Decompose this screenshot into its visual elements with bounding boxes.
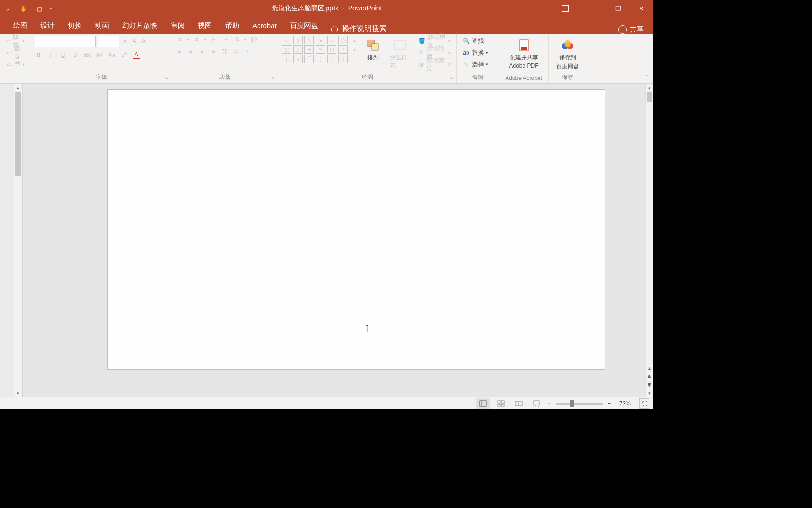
scroll-down-button[interactable]: ▾ (646, 389, 653, 397)
qat-slideshow-icon[interactable]: ▢ (36, 5, 43, 12)
shrink-font-button[interactable]: A (131, 38, 138, 45)
slide-reset-button[interactable]: ▭重置 (4, 48, 27, 58)
tab-baidu[interactable]: 百度网盘 (283, 17, 325, 34)
shape-line-icon[interactable]: ╲ (304, 36, 314, 44)
scroll-up-button[interactable]: ▴ (646, 84, 653, 92)
align-left-button[interactable]: ≡ (176, 48, 183, 55)
slide-section-button[interactable]: ▭节 ▾ (4, 59, 27, 70)
shape-vertical-textbox-icon[interactable]: ▯ (293, 36, 303, 44)
prev-slide-double-button[interactable]: ⯅ (646, 372, 653, 381)
font-size-input[interactable] (98, 36, 119, 47)
qat-btn-1[interactable]: ⌄ (4, 5, 11, 12)
ribbon-display-options-icon[interactable] (562, 5, 569, 12)
thumb-scroll-handle[interactable] (15, 92, 21, 176)
reading-view-button[interactable] (512, 398, 525, 409)
shapes-expand[interactable]: ≡ (350, 55, 359, 63)
zoom-slider[interactable] (556, 403, 603, 405)
thumb-scroll-down[interactable]: ▾ (14, 389, 22, 397)
shape-star-icon[interactable]: ☆ (338, 45, 348, 54)
bullets-button[interactable]: ≡ (176, 36, 183, 43)
shape-textbox-icon[interactable]: ▭ (282, 36, 291, 44)
tab-view[interactable]: 视图 (191, 17, 219, 34)
shape-arc-icon[interactable]: ⌒ (304, 55, 314, 63)
tab-design[interactable]: 设计 (34, 17, 61, 34)
italic-button[interactable]: I (47, 51, 55, 59)
text-direction-button[interactable]: ‖A (250, 36, 258, 43)
shape-brace-left-icon[interactable]: { (282, 55, 291, 63)
replace-button[interactable]: ab替换▾ (461, 48, 495, 58)
share-button[interactable]: 共享 (618, 25, 644, 34)
font-name-input[interactable] (35, 36, 96, 47)
qat-touch-mode-icon[interactable]: ✋ (20, 5, 27, 12)
zoom-out-button[interactable]: − (548, 400, 551, 407)
next-slide-double-button[interactable]: ⯆ (646, 381, 653, 389)
scroll-thumb[interactable] (647, 92, 652, 102)
tab-transitions[interactable]: 切换 (61, 17, 88, 34)
grow-font-button[interactable]: A (121, 38, 129, 45)
fit-to-window-button[interactable]: ⛶ (639, 398, 649, 409)
slide-canvas[interactable] (107, 89, 605, 370)
vertical-scrollbar[interactable]: ▴ ▴ ⯅ ⯆ ▾ (645, 84, 653, 397)
decrease-indent-button[interactable]: ⇤ (211, 36, 218, 43)
strikethrough-button[interactable]: S (71, 51, 79, 59)
bold-button[interactable]: B (35, 51, 42, 59)
underline-button[interactable]: U (59, 51, 67, 59)
tell-me-search[interactable]: 操作说明搜索 (325, 24, 393, 34)
font-dialog-launcher[interactable]: ↘ (165, 76, 171, 81)
line-spacing-button[interactable]: ⇅ (233, 36, 241, 43)
slide-canvas-area[interactable]: I (23, 84, 645, 397)
columns-button[interactable]: ▯▯ (221, 48, 228, 55)
slide-thumbnails-pane[interactable]: ▴ ▾ (0, 84, 23, 397)
slideshow-view-button[interactable] (530, 398, 543, 409)
highlight-button[interactable]: 🖍 (120, 51, 128, 59)
shape-arrow-icon[interactable]: ↘ (316, 36, 325, 44)
qat-customize-icon[interactable]: ▾ (47, 5, 55, 12)
thumb-scroll-up[interactable]: ▴ (14, 84, 22, 92)
zoom-slider-handle[interactable] (570, 400, 574, 407)
collapse-ribbon-button[interactable]: ˆ (646, 74, 648, 81)
shapes-gallery[interactable]: ▭ ▯ ╲ ↘ ▭ ◯ ▴ ▢ △ ➔ ↷ ⬡ ☆ (282, 36, 359, 63)
normal-view-button[interactable] (476, 398, 490, 409)
align-right-button[interactable]: ≡ (198, 48, 206, 55)
clear-formatting-button[interactable]: A̶ (140, 38, 148, 45)
shape-hexagon-icon[interactable]: ⬡ (327, 45, 336, 54)
shape-rounded-rect-icon[interactable]: ▢ (282, 45, 291, 54)
shape-brace-right-icon[interactable]: } (338, 55, 348, 63)
zoom-percent[interactable]: 73% (616, 400, 634, 407)
shape-right-arrow-icon[interactable]: ➔ (304, 45, 314, 54)
tab-slideshow[interactable]: 幻灯片放映 (116, 17, 164, 34)
prev-slide-button[interactable]: ▴ (646, 364, 653, 372)
zoom-in-button[interactable]: + (608, 400, 611, 407)
tab-acrobat[interactable]: Acrobat (246, 17, 283, 34)
tab-draw[interactable]: 绘图 (7, 17, 34, 34)
shape-paren-left-icon[interactable]: ( (316, 55, 325, 63)
find-button[interactable]: 🔍查找 (461, 36, 495, 46)
text-shadow-button[interactable]: abc (84, 51, 91, 59)
shape-effects-button[interactable]: ◑形状效果▾ (416, 59, 453, 70)
paragraph-dialog-launcher[interactable]: ↘ (271, 76, 277, 81)
tab-animations[interactable]: 动画 (88, 17, 116, 34)
shape-oval-icon[interactable]: ◯ (338, 36, 348, 44)
thumbnails-scrollbar[interactable]: ▴ ▾ (14, 84, 22, 397)
create-share-pdf-button[interactable]: 创建并共享 Adobe PDF (503, 36, 545, 69)
increase-indent-button[interactable]: ⇥ (222, 36, 229, 43)
minimize-button[interactable]: ― (583, 0, 606, 17)
align-center-button[interactable]: ≡ (187, 48, 195, 55)
shape-connector-icon[interactable]: ↳ (293, 55, 303, 63)
tab-review[interactable]: 审阅 (164, 17, 191, 34)
slide-sorter-view-button[interactable] (494, 398, 508, 409)
char-spacing-button[interactable]: AV (96, 51, 103, 59)
change-case-button[interactable]: Aa (108, 51, 116, 59)
shape-rectangle-icon[interactable]: ▭ (327, 36, 336, 44)
shape-triangle-icon[interactable]: △ (293, 45, 303, 54)
shape-paren-right-icon[interactable]: ) (327, 55, 336, 63)
close-button[interactable]: ✕ (630, 0, 653, 17)
save-to-baidu-button[interactable]: 保存到 百度网盘 (553, 36, 583, 71)
shapes-more-down[interactable]: ▾ (350, 45, 359, 54)
arrange-button[interactable]: 排列 (363, 36, 383, 62)
maximize-button[interactable]: ❐ (606, 0, 630, 17)
quick-styles-button[interactable]: 快速样式 (387, 36, 413, 70)
smartart-convert-button[interactable]: ⟐ (243, 48, 251, 55)
shapes-more-up[interactable]: ▴ (350, 36, 359, 44)
drawing-dialog-launcher[interactable]: ↘ (450, 76, 455, 81)
